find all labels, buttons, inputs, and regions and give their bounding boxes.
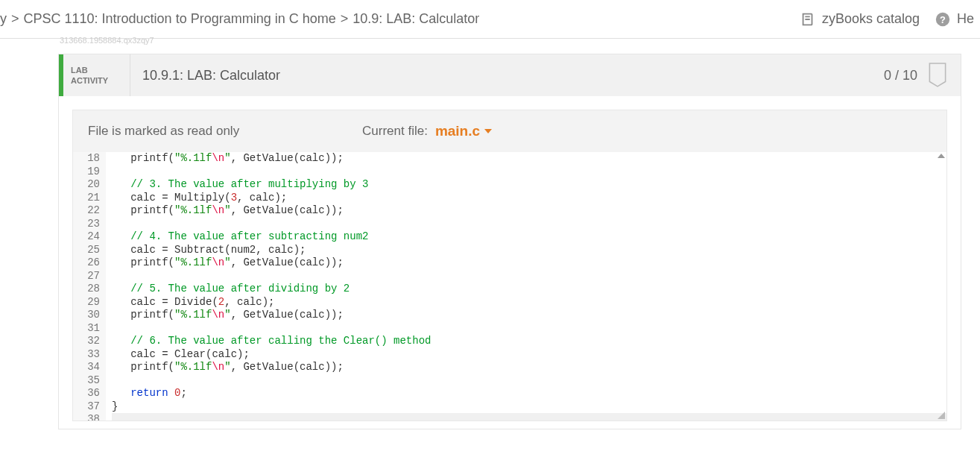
activity-header: LAB ACTIVITY 10.9.1: LAB: Calculator 0 /… (59, 54, 961, 96)
help-icon: ? (935, 11, 951, 28)
line-number: 38 (73, 413, 100, 421)
chevron-down-icon (484, 129, 492, 133)
line-number: 34 (73, 361, 100, 374)
top-nav: y > CPSC 1110: Introduction to Programmi… (0, 0, 980, 39)
editor-toolbar: File is marked as read only Current file… (73, 110, 946, 152)
code-line (112, 166, 946, 179)
bookmark-icon[interactable] (928, 63, 947, 88)
line-number: 36 (73, 387, 100, 400)
line-number: 35 (73, 374, 100, 388)
line-number: 22 (73, 204, 100, 218)
code-line: calc = Clear(calc); (112, 348, 946, 362)
scroll-up-icon[interactable] (938, 154, 945, 158)
catalog-link[interactable]: zyBooks catalog (800, 11, 920, 28)
line-number: 31 (73, 322, 100, 336)
code-area: printf("%.1lf\n", GetValue(calc)); // 3.… (106, 152, 946, 421)
breadcrumb-root[interactable]: y (0, 11, 7, 27)
line-number: 28 (73, 283, 100, 296)
code-line: return 0; (112, 387, 946, 400)
line-number: 27 (73, 270, 100, 283)
code-line (112, 218, 946, 231)
breadcrumb: y > CPSC 1110: Introduction to Programmi… (0, 11, 800, 27)
catalog-label: zyBooks catalog (822, 11, 920, 27)
svg-text:?: ? (940, 13, 946, 25)
code-line: calc = Subtract(num2, calc); (112, 244, 946, 257)
code-line: // 5. The value after dividing by 2 (112, 283, 946, 296)
activity-title: 10.9.1: LAB: Calculator (130, 54, 884, 96)
breadcrumb-sep: > (341, 11, 349, 27)
activity-score: 0 / 10 (884, 68, 917, 84)
code-line: printf("%.1lf\n", GetValue(calc)); (112, 152, 946, 166)
help-label: He (957, 11, 974, 27)
activity-card: LAB ACTIVITY 10.9.1: LAB: Calculator 0 /… (58, 54, 961, 429)
activity-type-line1: LAB (71, 65, 130, 75)
code-line: calc = Divide(2, calc); (112, 296, 946, 309)
line-number: 25 (73, 244, 100, 257)
code-line: printf("%.1lf\n", GetValue(calc)); (112, 309, 946, 322)
help-link[interactable]: ? He (935, 11, 974, 28)
code-line: printf("%.1lf\n", GetValue(calc)); (112, 204, 946, 218)
line-number: 37 (73, 400, 100, 414)
line-number: 32 (73, 335, 100, 348)
code-line: // 6. The value after calling the Clear(… (112, 335, 946, 348)
current-file-dropdown[interactable]: main.c (435, 123, 492, 139)
code-line (112, 322, 946, 336)
line-number: 24 (73, 230, 100, 244)
breadcrumb-sep: > (11, 11, 19, 27)
code-line: calc = Multiply(3, calc); (112, 192, 946, 205)
line-number: 21 (73, 192, 100, 205)
line-number: 26 (73, 256, 100, 270)
line-number: 18 (73, 152, 100, 166)
breadcrumb-course[interactable]: CPSC 1110: Introduction to Programming i… (24, 11, 336, 27)
current-file-label: Current file: (362, 124, 428, 139)
code-line: // 3. The value after multiplying by 3 (112, 178, 946, 192)
book-icon (800, 11, 816, 28)
line-number: 30 (73, 309, 100, 322)
readonly-message: File is marked as read only (88, 124, 356, 139)
line-number: 20 (73, 178, 100, 192)
code-line: // 4. The value after subtracting num2 (112, 230, 946, 244)
line-number: 33 (73, 348, 100, 362)
code-line (112, 270, 946, 283)
line-number: 23 (73, 218, 100, 231)
code-line (112, 413, 946, 421)
current-file-name: main.c (435, 123, 480, 139)
activity-type-line2: ACTIVITY (71, 75, 130, 86)
code-line: } (112, 400, 946, 414)
ghost-id: 313668.1958884.qx3zqy7 (60, 36, 154, 45)
activity-score-area: 0 / 10 (884, 54, 961, 96)
nav-right: zyBooks catalog ? He (800, 11, 980, 28)
code-line (112, 374, 946, 388)
code-line: printf("%.1lf\n", GetValue(calc)); (112, 256, 946, 270)
resize-handle-icon[interactable] (936, 410, 945, 419)
activity-type-label: LAB ACTIVITY (63, 54, 130, 96)
code-line: printf("%.1lf\n", GetValue(calc)); (112, 361, 946, 374)
editor-wrap: File is marked as read only Current file… (72, 110, 947, 421)
breadcrumb-section[interactable]: 10.9: LAB: Calculator (353, 11, 479, 27)
line-number: 29 (73, 296, 100, 309)
code-editor[interactable]: 1819202122232425262728293031323334353637… (73, 152, 946, 421)
activity-body: File is marked as read only Current file… (59, 96, 961, 429)
line-gutter: 1819202122232425262728293031323334353637… (73, 152, 106, 421)
line-number: 19 (73, 166, 100, 179)
